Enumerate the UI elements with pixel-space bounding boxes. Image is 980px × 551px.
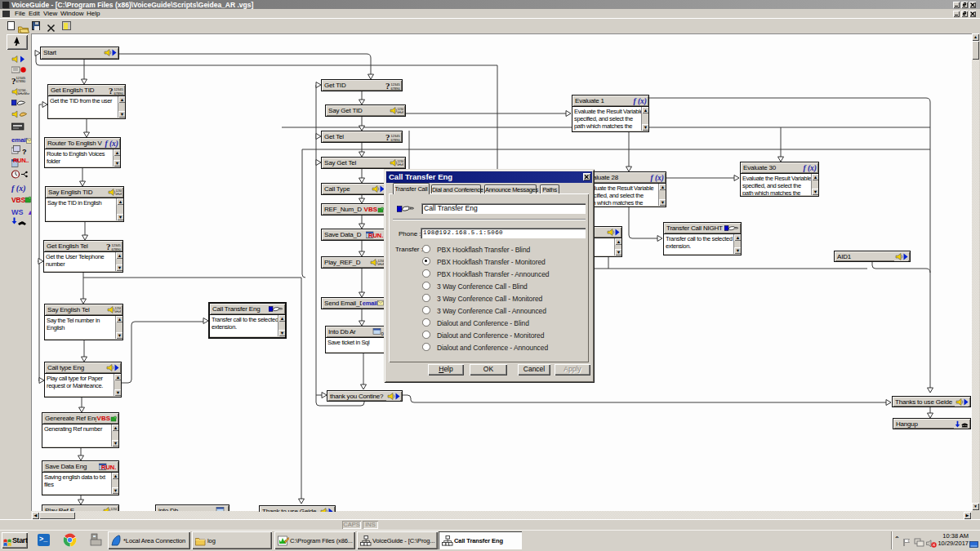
svg-text:kHzMsc: kHzMsc <box>116 193 122 196</box>
svg-text:67890: 67890 <box>112 247 122 251</box>
svg-text:RUN.: RUN. <box>101 464 116 470</box>
svg-text:kHzMsc: kHzMsc <box>378 263 385 266</box>
svg-text:kHzMsc: kHzMsc <box>398 111 404 114</box>
svg-text:?: ? <box>106 242 111 251</box>
svg-text:67890: 67890 <box>391 137 401 141</box>
svg-text:?: ? <box>109 87 114 95</box>
svg-text:kHzMsc: kHzMsc <box>115 310 122 313</box>
svg-text:0: 0 <box>225 510 228 512</box>
svg-text:?: ? <box>385 82 390 90</box>
svg-text:67890: 67890 <box>391 86 401 90</box>
svg-text:?: ? <box>385 133 390 141</box>
svg-text:67890: 67890 <box>114 91 124 95</box>
svg-text:kHzMsc: kHzMsc <box>398 163 404 167</box>
svg-text:RUN.: RUN. <box>368 232 383 238</box>
